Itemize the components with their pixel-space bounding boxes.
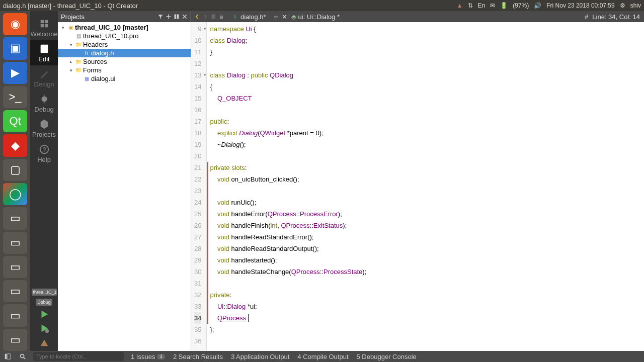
lang-indicator[interactable]: En — [478, 2, 486, 9]
terminal-icon[interactable]: >_ — [3, 86, 27, 108]
mode-projects[interactable]: Projects — [30, 116, 58, 141]
close-tab-icon[interactable]: ✕ — [282, 13, 287, 21]
tree-sources[interactable]: ▸📁Sources — [58, 57, 191, 66]
project-tree[interactable]: ▾▣thread_UIC_10 [master] ▤thread_UIC_10.… — [58, 22, 191, 351]
filter-icon[interactable] — [157, 14, 164, 20]
projects-pane: Projects ▾▣thread_UIC_10 [master] ▤threa… — [58, 11, 191, 351]
tree-dialog-ui[interactable]: ▦dialog.ui — [58, 74, 191, 83]
qt-icon[interactable]: Qt — [3, 110, 27, 132]
projects-header: Projects — [58, 11, 191, 22]
app6-icon[interactable]: ▭ — [3, 304, 27, 326]
tab-dialog-h[interactable]: hdialog.h* — [227, 11, 270, 22]
debugger-console-pane[interactable]: 5 Debugger Console — [353, 351, 421, 362]
add-icon[interactable] — [166, 14, 172, 20]
kit-selector[interactable]: threa...IC_10 — [32, 289, 57, 296]
mail-icon[interactable]: ✉ — [490, 2, 495, 9]
h-file-icon: h — [231, 13, 238, 20]
system-tray: ▲ ⇅ En ✉ 🔋 (97%) 🔊 Fri Nov 23 2018 00:07… — [457, 2, 641, 9]
mode-welcome[interactable]: Welcome — [30, 15, 58, 40]
user-icon[interactable]: ⚙ — [620, 2, 625, 9]
toggle-sidebar[interactable] — [0, 351, 15, 362]
cursor-pos[interactable]: Line: 34, Col: 14 — [592, 13, 640, 21]
svg-rect-0 — [40, 20, 43, 23]
compile-output-pane[interactable]: 4 Compile Output — [293, 351, 352, 362]
run-button[interactable] — [39, 309, 50, 320]
mode-bar: Welcome Edit Design Debug Projects ?Help… — [30, 11, 58, 351]
svg-rect-3 — [44, 24, 47, 27]
projects-title: Projects — [61, 13, 85, 21]
debug-run-button[interactable] — [39, 323, 50, 334]
app7-icon[interactable]: ▭ — [3, 329, 27, 351]
vbox-icon[interactable]: ▢ — [3, 159, 27, 181]
tab-divider: ≑ — [270, 13, 282, 21]
volume-icon[interactable]: 🔊 — [534, 2, 541, 9]
app5-icon[interactable]: ▭ — [3, 280, 27, 302]
code-editor[interactable]: 9101112131415161718192021222324252627282… — [191, 22, 644, 351]
status-bar: 1 Issues4 2 Search Results 3 Application… — [0, 351, 644, 362]
cursor-hash[interactable]: # — [585, 13, 588, 21]
svg-point-5 — [41, 96, 47, 102]
issues-pane[interactable]: 1 Issues4 — [127, 351, 169, 362]
lock-icon[interactable] — [218, 14, 224, 20]
svg-rect-12 — [177, 15, 179, 19]
svg-rect-15 — [5, 354, 7, 359]
split-icon[interactable] — [174, 14, 180, 20]
unity-launcher: ◉ ▣ ▶ >_ Qt ◆ ▢ ◯ ▭ ▭ ▭ ▭ ▭ ▭ — [0, 11, 30, 351]
window-title: dialog.h [master] - thread_UIC_10 - Qt C… — [3, 2, 138, 10]
svg-rect-11 — [175, 15, 177, 19]
bookmark-icon[interactable] — [210, 14, 216, 20]
tree-dialog-h[interactable]: hdialog.h — [58, 49, 191, 57]
app3-icon[interactable]: ▭ — [3, 232, 27, 254]
tab-outline[interactable]: ⬘ui: Ui::Dialog * — [287, 11, 344, 22]
svg-rect-2 — [40, 24, 43, 27]
locator-input[interactable] — [33, 352, 124, 361]
battery-icon: 🔋 — [500, 2, 508, 9]
editor-toolbar: hdialog.h* ≑ ✕ ⬘ui: Ui::Dialog * # Line:… — [191, 11, 644, 22]
svg-point-10 — [45, 329, 48, 333]
net-icon: ⇅ — [468, 2, 473, 9]
mode-help[interactable]: ?Help — [30, 141, 58, 166]
app-icon[interactable]: ▣ — [3, 37, 27, 59]
mode-edit[interactable]: Edit — [30, 40, 58, 65]
editor-area: hdialog.h* ≑ ✕ ⬘ui: Ui::Dialog * # Line:… — [191, 11, 644, 351]
line-gutter[interactable]: 9101112131415161718192021222324252627282… — [191, 22, 207, 351]
nav-fwd-icon[interactable] — [202, 14, 208, 20]
svg-line-18 — [24, 357, 26, 359]
svg-rect-13 — [211, 15, 215, 19]
tree-root[interactable]: ▾▣thread_UIC_10 [master] — [58, 23, 191, 32]
svg-rect-14 — [220, 16, 223, 19]
dash-icon[interactable]: ◉ — [3, 13, 27, 35]
files-icon[interactable]: ▭ — [3, 207, 27, 229]
chrome-icon[interactable]: ◯ — [3, 183, 27, 205]
battery-pct: (97%) — [513, 2, 529, 9]
build-config[interactable]: Debug — [36, 299, 52, 306]
clock: Fri Nov 23 2018 00:07:59 — [546, 2, 614, 9]
mode-design[interactable]: Design — [30, 65, 58, 90]
search-everywhere[interactable] — [15, 351, 30, 362]
username: shiv — [630, 2, 641, 9]
app-output-pane[interactable]: 3 Application Output — [227, 351, 293, 362]
search-results-pane[interactable]: 2 Search Results — [169, 351, 227, 362]
warning-icon: ▲ — [457, 2, 463, 9]
play-icon[interactable]: ▶ — [3, 62, 27, 84]
app4-icon[interactable]: ▭ — [3, 256, 27, 278]
system-topbar: dialog.h [master] - thread_UIC_10 - Qt C… — [0, 0, 644, 11]
svg-rect-16 — [7, 354, 10, 359]
mode-debug[interactable]: Debug — [30, 90, 58, 116]
app2-icon[interactable]: ◆ — [3, 134, 27, 156]
nav-back-icon[interactable] — [194, 14, 200, 20]
code-lines[interactable]: namespace Ui {class Dialog;} class Dialo… — [207, 22, 644, 351]
svg-rect-4 — [40, 44, 48, 53]
tree-headers[interactable]: ▾📁Headers — [58, 40, 191, 49]
svg-point-17 — [21, 354, 24, 358]
build-button[interactable] — [39, 337, 50, 348]
svg-text:?: ? — [42, 146, 46, 153]
tree-forms[interactable]: ▾📁Forms — [58, 66, 191, 74]
close-pane-icon[interactable] — [182, 14, 188, 20]
tree-pro-file[interactable]: ▤thread_UIC_10.pro — [58, 32, 191, 40]
svg-rect-1 — [44, 20, 47, 23]
